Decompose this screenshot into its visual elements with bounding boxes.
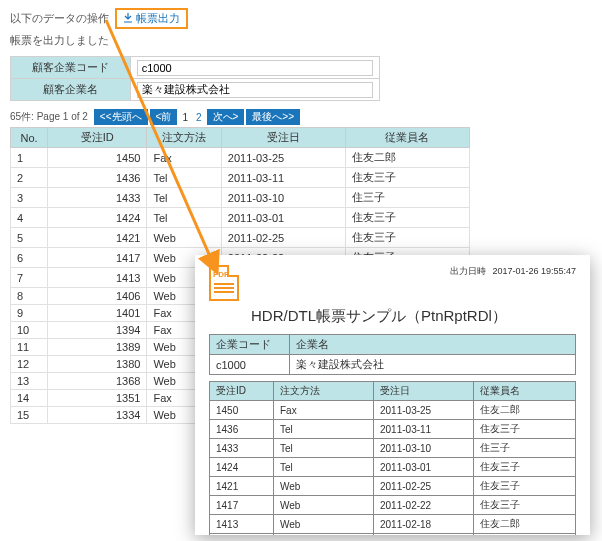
pager-next-button[interactable]: 次へ> <box>207 109 245 125</box>
table-row[interactable]: 31433Tel2011-03-10住三子 <box>11 188 470 208</box>
table-row: 1436Tel2011-03-11住友三子 <box>210 420 576 439</box>
pdf-col-emp: 従業員名 <box>474 382 576 401</box>
pdf-company-name: 楽々建設株式会社 <box>290 355 576 375</box>
customer-name-input[interactable] <box>137 82 373 98</box>
table-row[interactable]: 51421Web2011-02-25住友三子 <box>11 228 470 248</box>
result-message: 帳票を出力しました <box>10 33 470 48</box>
customer-code-label: 顧客企業コード <box>11 57 131 79</box>
pdf-col-method: 注文方法 <box>274 382 374 401</box>
pager: 65件: Page 1 of 2 <<先頭へ <前 1 2 次へ> 最後へ>> <box>10 109 470 125</box>
customer-info-table: 顧客企業コード 顧客企業名 <box>10 56 380 101</box>
pdf-col-id: 受注ID <box>210 382 274 401</box>
pdf-company-table: 企業コード 企業名 c1000 楽々建設株式会社 <box>209 334 576 375</box>
col-method: 注文方法 <box>147 128 221 148</box>
customer-code-input[interactable] <box>137 60 373 76</box>
table-row[interactable]: 11450Fax2011-03-25住友二郎 <box>11 148 470 168</box>
pdf-company-code: c1000 <box>210 355 290 375</box>
pdf-company-name-h: 企業名 <box>290 335 576 355</box>
report-output-label: 帳票出力 <box>136 11 180 26</box>
pager-prev-button[interactable]: <前 <box>150 109 178 125</box>
report-output-button[interactable]: 帳票出力 <box>115 8 188 29</box>
table-row: 1433Tel2011-03-10住三子 <box>210 439 576 458</box>
pager-summary: 65件: Page 1 of 2 <box>10 110 88 124</box>
col-emp: 従業員名 <box>345 128 469 148</box>
table-row: 1424Tel2011-03-01住友三子 <box>210 458 576 477</box>
pdf-title: HDR/DTL帳票サンプル（PtnRptRDl） <box>209 307 576 326</box>
pdf-company-code-h: 企業コード <box>210 335 290 355</box>
pdf-output-date: 出力日時2017-01-26 19:55:47 <box>450 265 576 278</box>
header-prefix: 以下のデータの操作 <box>10 11 109 26</box>
pdf-detail-table: 受注ID 注文方法 受注日 従業員名 1450Fax2011-03-25住友二郎… <box>209 381 576 535</box>
table-row[interactable]: 41424Tel2011-03-01住友三子 <box>11 208 470 228</box>
table-row: 1421Web2011-02-25住友三子 <box>210 477 576 496</box>
pager-last-button[interactable]: 最後へ>> <box>246 109 300 125</box>
col-no: No. <box>11 128 48 148</box>
table-row: 1417Web2011-02-22住友三子 <box>210 496 576 515</box>
pager-page-1: 1 <box>179 112 191 123</box>
table-row: 1406Web2011-02-11住友一郎 <box>210 534 576 536</box>
table-row: 1413Web2011-02-18住友二郎 <box>210 515 576 534</box>
table-row: 1450Fax2011-03-25住友二郎 <box>210 401 576 420</box>
pager-page-2[interactable]: 2 <box>193 112 205 123</box>
customer-name-label: 顧客企業名 <box>11 79 131 101</box>
pdf-icon: PDF <box>209 265 239 301</box>
download-icon <box>123 13 133 25</box>
pager-first-button[interactable]: <<先頭へ <box>94 109 148 125</box>
table-row[interactable]: 21436Tel2011-03-11住友三子 <box>11 168 470 188</box>
col-date: 受注日 <box>221 128 345 148</box>
pdf-col-date: 受注日 <box>374 382 474 401</box>
col-order-id: 受注ID <box>48 128 147 148</box>
pdf-preview-card: PDF 出力日時2017-01-26 19:55:47 HDR/DTL帳票サンプ… <box>195 255 590 535</box>
